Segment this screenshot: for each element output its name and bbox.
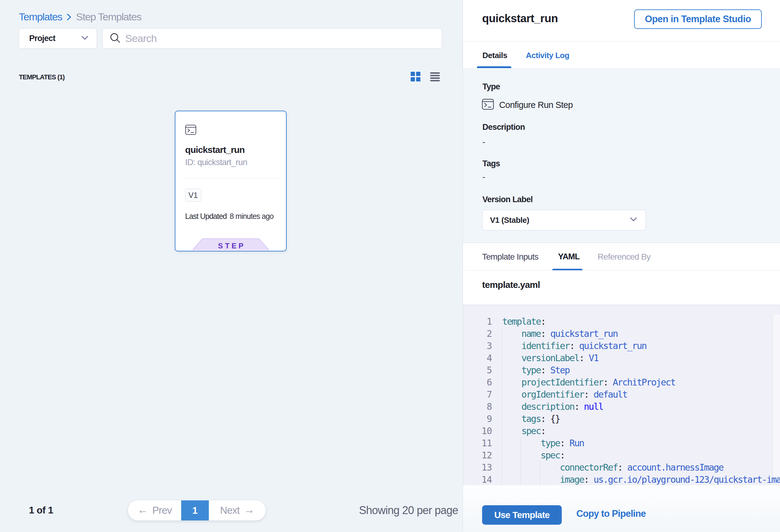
- details-section: Type Configure Run Step Description - Ta…: [463, 68, 780, 243]
- yaml-code-line: 7 orgIdentifier: default: [463, 389, 780, 401]
- yaml-code-line: 12 spec:: [463, 449, 780, 462]
- copy-to-pipeline-link[interactable]: Copy to Pipeline: [576, 508, 646, 519]
- open-template-studio-button[interactable]: Open in Template Studio: [634, 9, 762, 29]
- yaml-code-line: 9 tags: {}: [463, 413, 780, 425]
- page-1-button[interactable]: 1: [181, 500, 209, 521]
- chevron-down-icon: [629, 216, 638, 224]
- type-value-row: Configure Run Step: [482, 98, 573, 111]
- yaml-code-line: 10 spec:: [463, 425, 780, 437]
- description-value: -: [482, 137, 485, 147]
- card-version-badge: V1: [185, 189, 201, 201]
- card-divider: [185, 178, 279, 179]
- template-card[interactable]: quickstart_run ID: quickstart_run V1 Las…: [175, 111, 287, 251]
- search-field: [102, 28, 442, 49]
- page-size-info: Showing 20 per page: [359, 504, 458, 517]
- card-updated-value: 8 minutes ago: [230, 212, 274, 221]
- type-label: Type: [482, 82, 500, 92]
- arrow-left-icon: ←: [137, 504, 148, 515]
- card-id: ID: quickstart_run: [185, 157, 247, 167]
- tags-value: -: [482, 173, 485, 182]
- tags-label: Tags: [482, 159, 500, 168]
- view-toggles: [410, 71, 440, 83]
- tab-yaml[interactable]: YAML: [558, 252, 580, 261]
- yaml-code-line: 6 projectIdentifier: ArchitProject: [463, 376, 780, 389]
- card-step-tag: STEP: [192, 238, 269, 251]
- yaml-editor[interactable]: 1template:2 name: quickstart_run3 identi…: [463, 305, 780, 485]
- card-last-updated: Last Updated 8 minutes ago: [185, 212, 274, 221]
- yaml-filename: template.yaml: [482, 280, 540, 290]
- search-icon: [109, 32, 121, 46]
- card-step-tag-label: STEP: [192, 242, 269, 250]
- yaml-code-line: 4 versionLabel: V1: [463, 352, 780, 364]
- version-label: Version Label: [482, 195, 533, 204]
- templates-count-header: TEMPLATES (1): [19, 73, 64, 81]
- card-title: quickstart_run: [185, 145, 245, 155]
- yaml-code-line: 5 type: Step: [463, 364, 780, 376]
- grid-view-icon[interactable]: [410, 71, 421, 83]
- description-label: Description: [482, 123, 525, 132]
- panel-title: quickstart_run: [482, 12, 558, 25]
- breadcrumb: Templates Step Templates: [19, 11, 141, 23]
- tab-referenced-by[interactable]: Referenced By: [598, 252, 650, 262]
- search-input[interactable]: [125, 33, 436, 44]
- page-info: 1 of 1: [29, 504, 53, 516]
- yaml-file-header: template.yaml: [463, 271, 780, 305]
- tab-activity-log[interactable]: Activity Log: [526, 51, 569, 60]
- run-step-icon: [185, 125, 196, 136]
- breadcrumb-step-templates: Step Templates: [76, 11, 141, 23]
- panel-subtabs: Template Inputs YAML Referenced By: [463, 243, 780, 271]
- version-select-value: V1 (Stable): [490, 215, 629, 225]
- pagination-control: ← Prev 1 Next →: [128, 500, 266, 521]
- next-page-button[interactable]: Next →: [209, 500, 266, 521]
- tab-template-inputs[interactable]: Template Inputs: [482, 252, 538, 262]
- yaml-code-line: 8 description: null: [463, 401, 780, 413]
- card-updated-label: Last Updated: [185, 212, 227, 221]
- scope-dropdown-label: Project: [29, 34, 80, 43]
- next-label: Next: [220, 504, 240, 516]
- run-step-icon: [482, 98, 494, 111]
- prev-label: Prev: [152, 504, 172, 516]
- tab-details[interactable]: Details: [482, 51, 507, 60]
- yaml-code-line: 1template:: [463, 316, 780, 328]
- scope-dropdown[interactable]: Project: [19, 28, 97, 49]
- list-view-icon[interactable]: [430, 72, 440, 83]
- template-details-panel: quickstart_run Open in Template Studio D…: [462, 0, 780, 532]
- panel-header: quickstart_run Open in Template Studio: [463, 0, 780, 41]
- templates-page: Templates Step Templates Project TEMPLAT…: [0, 0, 462, 532]
- chevron-down-icon: [80, 35, 89, 42]
- yaml-code-line: 11 type: Run: [463, 437, 780, 449]
- yaml-code-line: 3 identifier: quickstart_run: [463, 340, 780, 352]
- editor-scrollbar[interactable]: [773, 315, 780, 476]
- type-value: Configure Run Step: [499, 100, 573, 110]
- breadcrumb-chevron-icon: [66, 12, 72, 21]
- yaml-code-line: 13 connectorRef: account.harnessImage: [463, 462, 780, 474]
- breadcrumb-templates-link[interactable]: Templates: [19, 11, 62, 23]
- yaml-code: 1template:2 name: quickstart_run3 identi…: [463, 316, 780, 485]
- yaml-code-line: 14 image: us.gcr.io/playground-123/quick…: [463, 474, 780, 485]
- version-select[interactable]: V1 (Stable): [482, 210, 646, 231]
- yaml-code-line: 2 name: quickstart_run: [463, 328, 780, 340]
- use-template-button[interactable]: Use Template: [482, 505, 562, 525]
- panel-tabs: Details Activity Log: [463, 42, 780, 68]
- arrow-right-icon: →: [244, 504, 254, 515]
- prev-page-button[interactable]: ← Prev: [128, 500, 181, 521]
- panel-footer: Use Template Copy to Pipeline: [463, 485, 780, 532]
